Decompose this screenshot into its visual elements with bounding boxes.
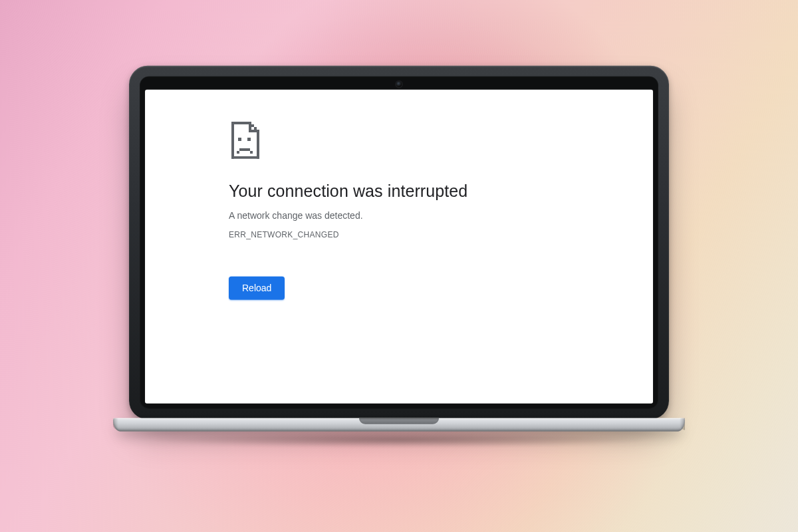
laptop-base-edge: [113, 418, 685, 432]
sad-document-icon: [229, 122, 467, 162]
network-error-page: Your connection was interrupted A networ…: [145, 90, 467, 300]
error-title: Your connection was interrupted: [229, 182, 467, 201]
svg-rect-11: [237, 151, 239, 154]
svg-rect-8: [238, 138, 241, 141]
laptop-notch: [359, 418, 439, 424]
laptop-mockup: Your connection was interrupted A networ…: [113, 66, 685, 437]
screen-bezel: Your connection was interrupted A networ…: [140, 76, 658, 409]
error-subtitle: A network change was detected.: [229, 210, 467, 221]
reload-button[interactable]: Reload: [229, 277, 285, 300]
svg-rect-9: [247, 138, 251, 141]
svg-rect-1: [231, 156, 259, 159]
laptop-base: [113, 418, 685, 437]
svg-rect-10: [239, 148, 250, 151]
error-code: ERR_NETWORK_CHANGED: [229, 230, 467, 239]
svg-rect-12: [250, 151, 253, 154]
svg-rect-4: [249, 122, 251, 130]
svg-rect-3: [257, 130, 259, 159]
svg-rect-7: [249, 130, 259, 132]
laptop-lid: Your connection was interrupted A networ…: [129, 66, 669, 420]
browser-screen: Your connection was interrupted A networ…: [145, 90, 653, 404]
svg-rect-6: [254, 127, 257, 130]
svg-rect-5: [251, 124, 254, 127]
svg-rect-0: [231, 122, 251, 124]
webcam-icon: [396, 82, 402, 87]
svg-rect-2: [231, 122, 234, 159]
laptop-shadow: [148, 433, 651, 448]
